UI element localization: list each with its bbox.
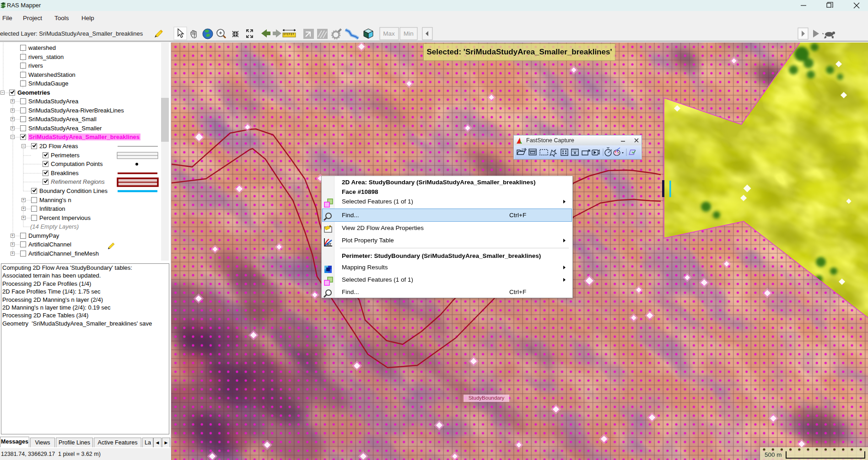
svg-text:Max: Max (383, 30, 395, 37)
svg-text:HT: HT (327, 243, 332, 246)
svg-text:Min: Min (404, 30, 414, 37)
